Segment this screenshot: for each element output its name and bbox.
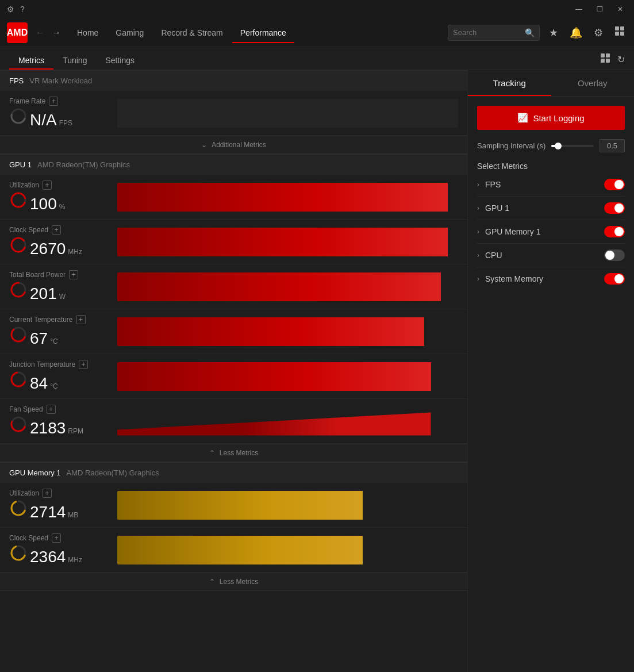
fps-toggle-label: FPS <box>485 180 604 189</box>
cpu-toggle[interactable] <box>604 249 625 261</box>
notifications-icon[interactable]: 🔔 <box>567 24 585 41</box>
frame-rate-label: Frame Rate <box>9 97 45 105</box>
gpu1-less-metrics-toggle[interactable]: ⌃ Less Metrics <box>0 444 467 462</box>
fan-speed-label: Fan Speed <box>9 405 43 413</box>
gpu1-section-header: GPU 1 AMD Radeon(TM) Graphics <box>0 154 467 175</box>
nav-home[interactable]: Home <box>69 24 106 42</box>
settings-icon[interactable]: ⚙ <box>591 24 605 41</box>
gpu-mem-util-row: Utilization + 2714 MB <box>0 483 467 528</box>
svg-rect-0 <box>615 26 619 30</box>
gpu1-expand-icon[interactable]: › <box>477 204 479 212</box>
gpu-mem-util-gauge <box>9 499 28 517</box>
gpu-clock-add-button[interactable]: + <box>52 225 61 235</box>
svg-rect-6 <box>601 59 605 63</box>
svg-rect-1 <box>620 26 624 30</box>
svg-rect-3 <box>620 32 624 36</box>
fan-speed-add-button[interactable]: + <box>47 405 56 414</box>
gpu-util-label: Utilization <box>9 181 39 189</box>
forward-button[interactable]: → <box>48 28 64 38</box>
gpu-mem-clock-add-button[interactable]: + <box>52 533 61 543</box>
nav-record-stream[interactable]: Record & Stream <box>153 24 230 42</box>
gpu-memory-expand-icon[interactable]: › <box>477 228 479 236</box>
tab-settings[interactable]: Settings <box>96 51 144 70</box>
gpu-util-chart <box>117 183 458 212</box>
system-memory-expand-icon[interactable]: › <box>477 275 479 283</box>
cpu-expand-icon[interactable]: › <box>477 251 479 259</box>
gpu-clock-row: Clock Speed + 2670 MHz <box>0 220 467 264</box>
fps-section-header: FPS VR Mark Workload <box>0 70 467 91</box>
chart-trend-icon: 📈 <box>517 113 528 123</box>
gpu1-toggle[interactable] <box>604 202 625 214</box>
grid-icon[interactable] <box>600 53 610 66</box>
reset-icon[interactable]: ↻ <box>617 54 625 65</box>
gpu-mem-util-value: 2714 <box>30 503 66 521</box>
panel-tab-tracking[interactable]: Tracking <box>468 70 551 96</box>
sampling-value: 0.5 <box>600 139 625 152</box>
gpu-mem-util-add-button[interactable]: + <box>43 489 52 498</box>
app-settings-icon: ⚙ <box>7 5 14 14</box>
search-box[interactable]: 🔍 <box>448 25 540 41</box>
frame-rate-value-wrap: N/A FPS <box>9 107 113 129</box>
gpu-memory-toggle[interactable] <box>604 226 625 237</box>
current-temp-row: Current Temperature + 67 °C <box>0 309 467 354</box>
gpu-mem-clock-chart <box>117 536 458 565</box>
subtabs: Metrics Tuning Settings ↻ <box>0 47 634 70</box>
favorites-icon[interactable]: ★ <box>547 24 560 41</box>
tab-metrics[interactable]: Metrics <box>9 51 53 70</box>
gpu-clock-gauge <box>9 236 28 254</box>
junction-temp-value: 84 <box>30 374 48 393</box>
search-input[interactable] <box>453 28 525 37</box>
junction-temp-row: Junction Temperature + 84 °C <box>0 354 467 399</box>
start-logging-label: Start Logging <box>533 113 584 123</box>
gpu-clock-unit: MHz <box>68 248 82 256</box>
additional-metrics-toggle[interactable]: ⌄ Additional Metrics <box>0 136 467 154</box>
metric-toggle-fps: › FPS <box>477 173 625 197</box>
junction-temp-add-button[interactable]: + <box>79 360 88 369</box>
fan-speed-value: 2183 <box>30 419 66 437</box>
fan-speed-row: Fan Speed + 2183 RPM <box>0 399 467 444</box>
fps-subtitle: VR Mark Workload <box>29 76 92 85</box>
minimize-button[interactable]: — <box>570 3 588 15</box>
gpu-memory-less-metrics-toggle[interactable]: ⌃ Less Metrics <box>0 573 467 591</box>
nav-performance[interactable]: Performance <box>232 24 294 42</box>
frame-rate-chart <box>117 99 458 128</box>
gpu-mem-util-chart <box>117 491 458 520</box>
system-memory-toggle-label: System Memory <box>485 274 604 283</box>
frame-rate-info: Frame Rate + N/A FPS <box>9 97 113 129</box>
tab-tuning[interactable]: Tuning <box>53 51 96 70</box>
back-button[interactable]: ← <box>32 28 48 38</box>
layout-icon[interactable]: ​ <box>612 24 627 41</box>
close-button[interactable]: ✕ <box>611 3 629 15</box>
current-temp-unit: °C <box>50 337 57 345</box>
gpu1-label: GPU 1 <box>9 160 32 169</box>
fps-expand-icon[interactable]: › <box>477 181 479 189</box>
system-memory-toggle[interactable] <box>604 273 625 285</box>
fps-toggle[interactable] <box>604 179 625 190</box>
nav-gaming[interactable]: Gaming <box>107 24 152 42</box>
current-temp-label: Current Temperature <box>9 316 73 324</box>
navbar: AMD ← → Home Gaming Record & Stream Perf… <box>0 18 634 47</box>
frame-rate-add-button[interactable]: + <box>49 97 58 106</box>
sampling-slider[interactable] <box>551 145 594 147</box>
metric-toggle-gpu1: › GPU 1 <box>477 197 625 220</box>
restore-button[interactable]: ❐ <box>590 3 609 15</box>
titlebar: ⚙ ? — ❐ ✕ <box>0 0 634 18</box>
board-power-add-button[interactable]: + <box>69 270 78 279</box>
current-temp-chart <box>117 317 458 346</box>
panel-tab-overlay[interactable]: Overlay <box>551 70 635 96</box>
start-logging-button[interactable]: 📈 Start Logging <box>477 106 625 130</box>
fan-speed-chart <box>117 407 458 436</box>
gpu-util-gauge <box>9 191 28 209</box>
panel-body: 📈 Start Logging Sampling Interval (s) 0.… <box>468 97 634 299</box>
gpu-util-value: 100 <box>30 195 57 213</box>
gpu1-toggle-label: GPU 1 <box>485 203 604 213</box>
main: FPS VR Mark Workload Frame Rate + N/A FP… <box>0 70 634 672</box>
svg-rect-2 <box>615 32 619 36</box>
board-power-chart <box>117 272 458 301</box>
board-power-unit: W <box>59 293 66 301</box>
current-temp-add-button[interactable]: + <box>76 315 86 324</box>
gpu-util-add-button[interactable]: + <box>43 181 52 190</box>
gpu-clock-value: 2670 <box>30 240 66 258</box>
gpu-clock-label: Clock Speed <box>9 226 48 234</box>
junction-temp-chart <box>117 362 458 391</box>
